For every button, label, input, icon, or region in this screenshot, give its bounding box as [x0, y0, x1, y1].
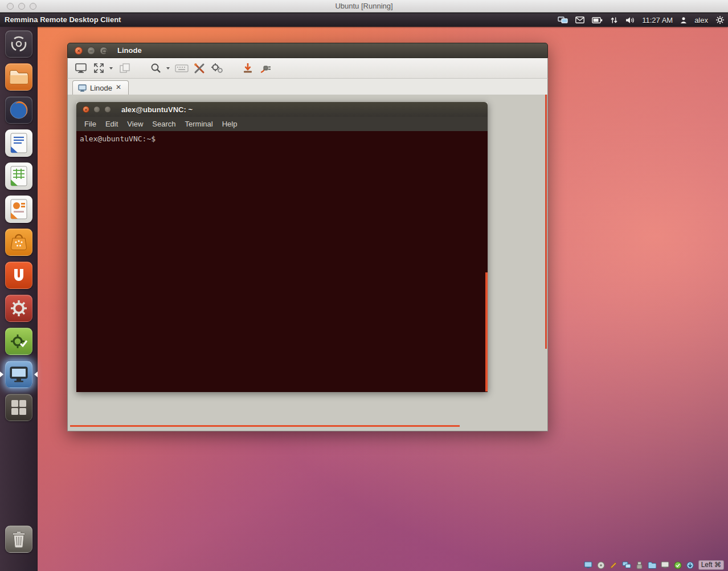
terminal-menubar: File Edit View Search Terminal Help: [76, 117, 488, 131]
preferences-button[interactable]: [192, 60, 207, 76]
toolbar-separator: [135, 68, 145, 68]
impress-presentation-icon: [5, 195, 32, 223]
trash-icon: [5, 525, 32, 553]
dash-home-icon: [5, 30, 32, 58]
duplicate-icon: [120, 63, 130, 73]
vnc-artifact-line: [545, 95, 547, 349]
volume-icon[interactable]: [625, 17, 635, 24]
remmina-tabbar: Linode: [67, 79, 548, 95]
menu-view[interactable]: View: [123, 119, 147, 129]
ubuntu-one-icon: [5, 262, 32, 289]
mail-icon[interactable]: [575, 17, 584, 23]
remmina-monitor-icon: [5, 361, 32, 388]
session-gear-icon[interactable]: [715, 15, 725, 25]
launcher-item-system-testing[interactable]: [5, 328, 32, 355]
window-close-button[interactable]: [75, 47, 83, 55]
tab-monitor-icon: [78, 84, 87, 92]
remmina-window: Linode: [67, 43, 548, 431]
launcher-item-libreoffice-calc[interactable]: [5, 162, 32, 190]
launcher-item-dash-home[interactable]: [5, 30, 32, 58]
screenshot-button[interactable]: [240, 60, 255, 76]
terminal-close-button[interactable]: [83, 106, 89, 113]
terminal-window: alex@ubuntuVNC: ~ File Edit View Search …: [76, 102, 488, 392]
launcher-item-trash[interactable]: [5, 525, 32, 553]
dual-display-icon[interactable]: [558, 17, 568, 24]
battery-icon[interactable]: [592, 17, 603, 23]
shared-folders-icon[interactable]: [648, 561, 656, 569]
firefox-icon: [5, 96, 32, 124]
launcher-item-ubuntu-one[interactable]: [5, 262, 32, 289]
network-icon[interactable]: [622, 561, 631, 569]
remote-desktop-view[interactable]: alex@ubuntuVNC: ~ File Edit View Search …: [67, 95, 548, 431]
tab-close-icon[interactable]: [116, 84, 123, 92]
running-indicator-arrow: [0, 372, 3, 377]
host-minimize-button[interactable]: [18, 3, 25, 10]
menu-search[interactable]: Search: [148, 119, 179, 129]
launcher-item-files[interactable]: [5, 63, 32, 91]
fullscreen-button[interactable]: [73, 60, 88, 76]
disconnect-plug-icon: [260, 63, 271, 74]
terminal-titlebar[interactable]: alex@ubuntuVNC: ~: [76, 102, 488, 117]
duplicate-button[interactable]: [117, 60, 132, 76]
writer-document-icon: [5, 129, 32, 157]
host-close-button[interactable]: [7, 3, 14, 10]
remmina-toolbar: [67, 58, 548, 79]
launcher-item-firefox[interactable]: [5, 96, 32, 124]
launcher-item-system-settings[interactable]: [5, 295, 32, 322]
terminal-body[interactable]: alex@ubuntuVNC:~$: [76, 131, 488, 392]
tab-linode[interactable]: Linode: [72, 80, 129, 95]
terminal-maximize-button[interactable]: [104, 106, 111, 113]
disconnect-button[interactable]: [258, 60, 273, 76]
host-window-title: Ubuntu [Running]: [0, 0, 728, 13]
host-traffic-lights: [7, 3, 36, 10]
host-key-label: Left ⌘: [698, 560, 724, 570]
vnc-artifact-line: [485, 272, 488, 391]
launcher-item-libreoffice-impress[interactable]: [5, 195, 32, 223]
zoom-dropdown-caret[interactable]: [166, 67, 170, 70]
host-zoom-button[interactable]: [30, 3, 36, 10]
recording-icon[interactable]: [610, 561, 617, 569]
screen: Ubuntu [Running] Remmina Remote Desktop …: [0, 0, 728, 571]
optical-disc-icon[interactable]: [597, 561, 605, 569]
usb-icon[interactable]: [636, 561, 643, 569]
window-maximize-button[interactable]: [100, 47, 108, 55]
window-minimize-button[interactable]: [87, 47, 95, 55]
scale-dropdown-caret[interactable]: [109, 67, 113, 70]
indicator-area: 11:27 AM alex: [558, 13, 725, 27]
hdd-icon[interactable]: [584, 561, 592, 569]
gears-icon: [211, 63, 223, 74]
launcher-item-workspace-switcher[interactable]: [5, 394, 32, 421]
menu-edit[interactable]: Edit: [101, 119, 122, 129]
remmina-titlebar[interactable]: Linode: [67, 43, 548, 58]
screenshot-download-icon: [243, 63, 253, 74]
keyboard-button[interactable]: [174, 60, 189, 76]
tools-button[interactable]: [210, 60, 224, 76]
shell-prompt: alex@ubuntuVNC:~$: [80, 134, 156, 143]
keyboard-icon: [175, 64, 189, 72]
updown-arrows-icon[interactable]: [610, 17, 618, 24]
panel-app-title: Remmina Remote Desktop Client: [5, 13, 121, 27]
host-window-titlebar[interactable]: Ubuntu [Running]: [0, 0, 728, 13]
tools-cross-icon: [194, 63, 205, 74]
launcher-item-software-center[interactable]: [5, 229, 32, 256]
menu-file[interactable]: File: [80, 119, 100, 129]
menu-terminal[interactable]: Terminal: [181, 119, 217, 129]
launcher-item-libreoffice-writer[interactable]: [5, 129, 32, 157]
window-title: Linode: [117, 46, 142, 55]
workspace-switcher-icon: [5, 394, 32, 421]
resize-arrows-icon: [93, 63, 104, 74]
ubuntu-top-panel: Remmina Remote Desktop Client 11:27 AM: [0, 13, 728, 27]
clock[interactable]: 11:27 AM: [642, 16, 673, 25]
username[interactable]: alex: [694, 16, 708, 25]
zoom-button[interactable]: [148, 60, 163, 76]
display-icon[interactable]: [661, 561, 669, 569]
software-center-bag-icon: [5, 229, 32, 256]
calc-spreadsheet-icon: [5, 162, 32, 190]
features-icon[interactable]: [674, 561, 682, 569]
mouse-integration-icon[interactable]: [686, 561, 694, 569]
terminal-minimize-button[interactable]: [93, 106, 100, 113]
focused-indicator-arrow: [34, 372, 38, 377]
scale-button[interactable]: [91, 60, 106, 76]
launcher-item-remmina[interactable]: [5, 361, 32, 388]
menu-help[interactable]: Help: [218, 119, 242, 129]
